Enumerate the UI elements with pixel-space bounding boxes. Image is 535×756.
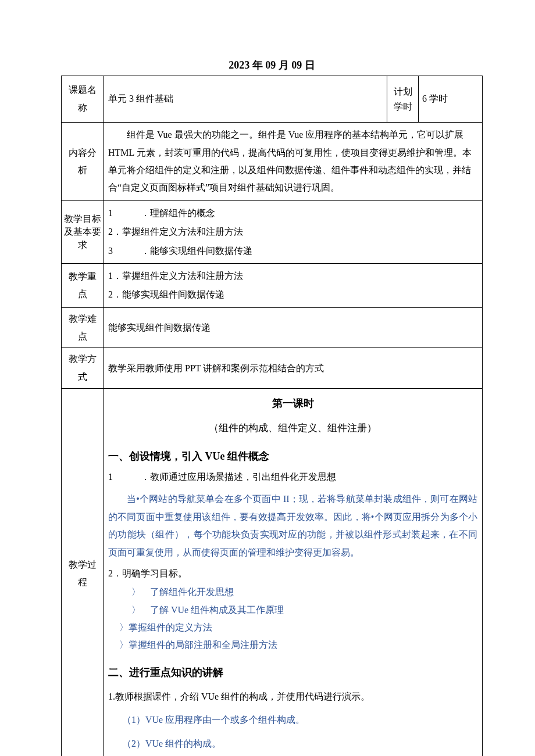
row-focus: 教学重点 1．掌握组件定义方法和注册方法 2．能够实现组件间数据传递 xyxy=(62,263,483,307)
lesson-plan-table: 课题名称 单元 3 组件基础 计划 学时 6 学时 内容分析 组件是 Vue 最… xyxy=(61,76,483,756)
label-process: 教学过程 xyxy=(62,389,104,756)
scenario-text: 当•个网站的导航菜单会在多个页面中 II；现，若将导航菜单封装成组件，则可在网站… xyxy=(108,490,477,561)
value-plan-hours: 6 学时 xyxy=(419,76,483,123)
label-plan-hours: 计划 学时 xyxy=(387,76,419,123)
sub-2: （2）VUe 组件的构成。 xyxy=(108,735,477,753)
point-3: 1.教师根据课件，介绍 VUe 组件的构成，并使用代码进行演示。 xyxy=(108,688,477,705)
row-process: 教学过程 第一课时 （组件的构成、组件定义、组件注册） 一、创设情境，引入 VU… xyxy=(62,389,483,756)
point-2: 2．明确学习目标。 xyxy=(108,565,477,582)
sub-1: （1）VUe 应用程序由一个或多个组件构成。 xyxy=(108,711,477,729)
value-method: 教学采用教师使用 PPT 讲解和案例示范相结合的方式 xyxy=(104,348,483,389)
row-analysis: 内容分析 组件是 Vue 最强大的功能之一。组件是 Vue 应用程序的基本结构单… xyxy=(62,123,483,201)
label-analysis: 内容分析 xyxy=(62,123,104,201)
value-topic: 单元 3 组件基础 xyxy=(104,76,387,123)
value-goals: 1．理解组件的概念 2．掌握组件定义方法和注册方法 3．能够实现组件间数据传递 xyxy=(104,200,483,263)
document-date: 2023 年 09 月 09 日 xyxy=(61,58,483,72)
value-focus: 1．掌握组件定义方法和注册方法 2．能够实现组件间数据传递 xyxy=(104,263,483,307)
value-difficulty: 能够实现组件间数据传递 xyxy=(104,307,483,348)
row-difficulty: 教学难点 能够实现组件间数据传递 xyxy=(62,307,483,348)
bullet-4: 〉掌握组件的局部注册和全局注册方法 xyxy=(108,636,477,654)
row-method: 教学方式 教学采用教师使用 PPT 讲解和案例示范相结合的方式 xyxy=(62,348,483,389)
section-2-heading: 二、进行重点知识的讲解 xyxy=(108,662,477,682)
value-analysis: 组件是 Vue 最强大的功能之一。组件是 Vue 应用程序的基本结构单元，它可以… xyxy=(104,123,483,201)
value-process: 第一课时 （组件的构成、组件定义、组件注册） 一、创设情境，引入 VUe 组件概… xyxy=(104,389,483,756)
label-goals: 教学目标及基本要求 xyxy=(62,200,104,263)
point-1: 1．教师通过应用场景描述，引出组件化开发思想 xyxy=(108,468,477,486)
label-topic: 课题名称 xyxy=(62,76,104,123)
section-1-heading: 一、创设情境，引入 VUe 组件概念 xyxy=(108,446,477,466)
row-goals: 教学目标及基本要求 1．理解组件的概念 2．掌握组件定义方法和注册方法 3．能够… xyxy=(62,200,483,263)
lesson-title: 第一课时 xyxy=(108,393,477,413)
row-topic: 课题名称 单元 3 组件基础 计划 学时 6 学时 xyxy=(62,76,483,123)
label-difficulty: 教学难点 xyxy=(62,307,104,348)
bullet-2: 〉 了解 VUe 组件构成及其工作原理 xyxy=(108,601,477,619)
bullet-3: 〉掌握组件的定义方法 xyxy=(108,619,477,636)
bullet-1: 〉 了解组件化开发思想 xyxy=(108,583,477,601)
lesson-subtitle: （组件的构成、组件定义、组件注册） xyxy=(108,419,477,438)
label-method: 教学方式 xyxy=(62,348,104,389)
label-focus: 教学重点 xyxy=(62,263,104,307)
